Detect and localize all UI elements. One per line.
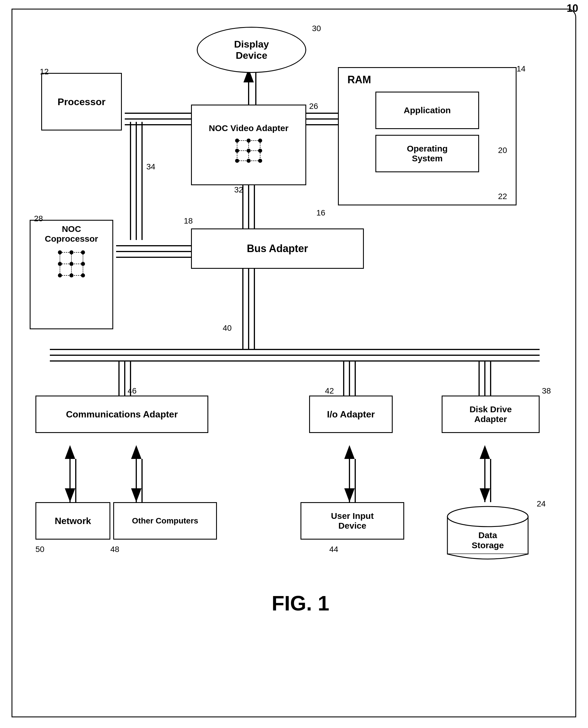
data-storage-group: Data Storage bbox=[442, 502, 534, 560]
network-box: Network bbox=[36, 502, 110, 540]
svg-point-53 bbox=[258, 139, 262, 143]
other-computers-box: Other Computers bbox=[113, 502, 217, 540]
noc-video-grid bbox=[231, 135, 266, 167]
processor-number: 12 bbox=[40, 67, 49, 76]
network-number: 50 bbox=[36, 545, 44, 554]
noc-coprocessor-box: NOC Coprocessor bbox=[30, 220, 113, 329]
comm-adapter-label: Communications Adapter bbox=[66, 409, 178, 420]
display-device-number: 30 bbox=[312, 24, 321, 33]
svg-text:Data: Data bbox=[478, 531, 497, 540]
user-input-box: User Input Device bbox=[300, 502, 404, 540]
svg-point-73 bbox=[69, 273, 74, 277]
user-input-label: User Input Device bbox=[331, 511, 374, 531]
processor-box: Processor bbox=[41, 73, 122, 130]
disk-adapter-number: 38 bbox=[542, 386, 551, 396]
network-label: Network bbox=[55, 516, 91, 526]
bus-adapter-box: Bus Adapter bbox=[191, 228, 364, 269]
io-adapter-box: I/o Adapter bbox=[309, 396, 393, 433]
svg-point-57 bbox=[235, 159, 239, 163]
svg-point-70 bbox=[69, 262, 74, 266]
application-number: 20 bbox=[498, 146, 507, 155]
application-box: Application bbox=[375, 91, 479, 129]
io-adapter-number: 42 bbox=[325, 386, 334, 396]
comm-adapter-number: 46 bbox=[128, 386, 136, 396]
noc-coprocessor-number: 28 bbox=[34, 214, 43, 223]
svg-point-69 bbox=[58, 262, 62, 266]
display-device-label: Display Device bbox=[234, 39, 269, 61]
os-label: Operating System bbox=[407, 144, 448, 163]
noc-video-number: 26 bbox=[309, 102, 318, 111]
svg-point-76 bbox=[447, 506, 528, 527]
comm-adapter-box: Communications Adapter bbox=[36, 396, 208, 433]
ram-number: 14 bbox=[517, 64, 525, 74]
other-computers-number: 48 bbox=[110, 545, 119, 554]
svg-point-51 bbox=[235, 139, 239, 143]
application-label: Application bbox=[404, 105, 450, 115]
disk-adapter-box: Disk Drive Adapter bbox=[442, 396, 540, 433]
svg-point-58 bbox=[247, 159, 251, 163]
bus-adapter-label: Bus Adapter bbox=[247, 243, 308, 255]
ref-16: 16 bbox=[316, 208, 325, 217]
noc-coprocessor-grid bbox=[54, 247, 89, 281]
ref-34: 34 bbox=[146, 162, 155, 171]
bus-adapter-number: 18 bbox=[184, 216, 193, 226]
svg-point-59 bbox=[258, 159, 262, 163]
svg-point-74 bbox=[81, 273, 85, 277]
data-storage-number: 24 bbox=[537, 499, 546, 508]
user-input-number: 44 bbox=[329, 545, 338, 554]
svg-point-71 bbox=[81, 262, 85, 266]
svg-point-55 bbox=[247, 149, 251, 153]
ram-label: RAM bbox=[348, 74, 371, 86]
diagram-page: 10 bbox=[12, 9, 576, 717]
os-box: Operating System bbox=[375, 135, 479, 172]
disk-adapter-label: Disk Drive Adapter bbox=[469, 404, 512, 424]
ram-box: RAM Application 20 Operating System 22 bbox=[338, 67, 517, 205]
svg-point-72 bbox=[58, 273, 62, 277]
noc-video-adapter-label: NOC Video Adapter bbox=[209, 123, 289, 133]
noc-coprocessor-label: NOC Coprocessor bbox=[45, 224, 98, 244]
svg-point-67 bbox=[69, 250, 74, 254]
processor-label: Processor bbox=[58, 96, 105, 107]
fig-label: FIG. 1 bbox=[200, 591, 401, 615]
other-computers-label: Other Computers bbox=[132, 516, 198, 525]
os-number: 22 bbox=[498, 192, 507, 201]
svg-text:Storage: Storage bbox=[471, 540, 504, 550]
data-storage-svg: Data Storage bbox=[442, 502, 534, 560]
svg-point-56 bbox=[258, 149, 262, 153]
ref-40: 40 bbox=[223, 324, 232, 333]
svg-point-52 bbox=[247, 139, 251, 143]
noc-video-adapter-box: NOC Video Adapter bbox=[191, 105, 306, 185]
svg-point-68 bbox=[81, 250, 85, 254]
io-adapter-label: I/o Adapter bbox=[327, 409, 375, 420]
svg-point-54 bbox=[235, 149, 239, 153]
svg-point-66 bbox=[58, 250, 62, 254]
display-device-box: Display Device bbox=[197, 27, 306, 73]
ref-32: 32 bbox=[234, 185, 243, 194]
